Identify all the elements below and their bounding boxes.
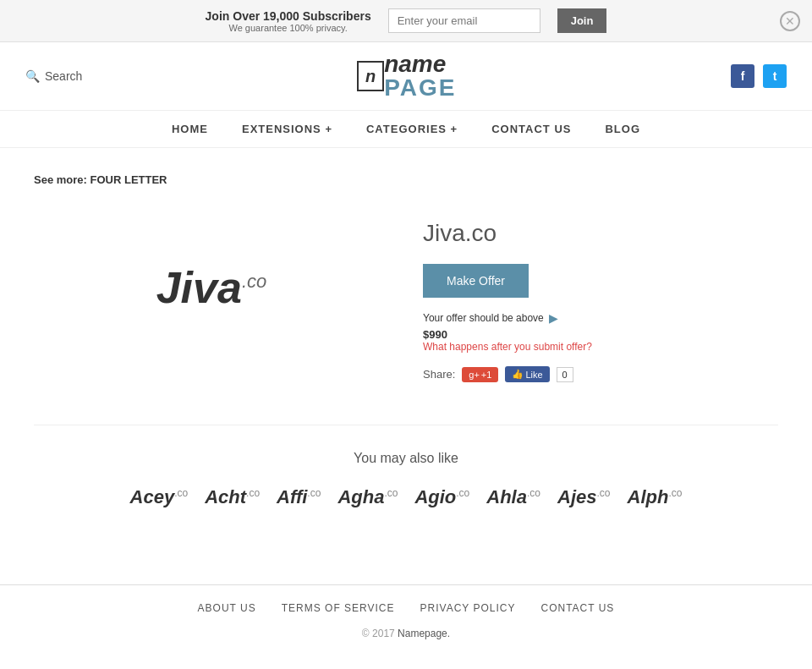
domain-card-name: Agio.co	[414, 486, 469, 508]
also-like-title: You may also like	[34, 451, 778, 466]
domain-card[interactable]: Acht.co	[205, 486, 260, 508]
see-more: See more: FOUR LETTER	[34, 173, 778, 186]
logo-icon-letter: n	[365, 67, 376, 85]
banner-main-text: Join Over 19,000 Subscribers	[206, 9, 371, 23]
facebook-icon[interactable]: f	[731, 64, 754, 88]
domain-card[interactable]: Ahla.co	[486, 486, 540, 508]
banner-sub-text: We guarantee 100% privacy.	[206, 23, 371, 33]
offer-arrow: ▶	[549, 311, 558, 325]
footer-link[interactable]: ABOUT US	[198, 602, 256, 614]
footer-links: ABOUT USTERMS OF SERVICEPRIVACY POLICYCO…	[17, 602, 795, 614]
nav-contact[interactable]: CONTACT US	[491, 123, 571, 135]
header: 🔍 Search n name PAGE f t	[0, 42, 812, 111]
search-label: Search	[45, 69, 82, 83]
domain-card[interactable]: Ajes.co	[557, 486, 611, 508]
footer-link[interactable]: CONTACT US	[540, 602, 614, 614]
domain-logo-text: Jiva.co	[156, 263, 267, 312]
facebook-like-button[interactable]: 👍 Like	[505, 366, 549, 382]
offer-info-text: Your offer should be above ▶	[423, 311, 778, 325]
domain-card[interactable]: Affi.co	[277, 486, 321, 508]
make-offer-button[interactable]: Make Offer	[423, 264, 529, 298]
offer-info-label: Your offer should be above	[423, 312, 544, 324]
gplus-button[interactable]: g+ +1	[462, 367, 498, 382]
nav-extensions[interactable]: EXTENSIONS +	[242, 123, 332, 135]
domain-card-tld: .co	[596, 487, 610, 499]
domain-card-name: Acey.co	[130, 486, 189, 508]
also-like-section: You may also like Acey.coAcht.coAffi.coA…	[34, 425, 778, 508]
main-nav: HOME EXTENSIONS + CATEGORIES + CONTACT U…	[0, 111, 812, 148]
gplus-label: +1	[481, 370, 492, 380]
nav-home[interactable]: HOME	[172, 123, 208, 135]
logo-page: PAGE	[384, 76, 456, 100]
nav-blog[interactable]: BLOG	[605, 123, 640, 135]
domain-card[interactable]: Agio.co	[414, 486, 469, 508]
domain-info: Jiva.co Make Offer Your offer should be …	[423, 203, 778, 382]
banner-text: Join Over 19,000 Subscribers We guarante…	[206, 9, 371, 33]
twitter-icon[interactable]: t	[763, 64, 787, 88]
what-happens-link[interactable]: What happens after you submit offer?	[423, 341, 778, 353]
domain-card-tld: .co	[246, 487, 260, 499]
share-row: Share: g+ +1 👍 Like 0	[423, 366, 778, 382]
domain-card-tld: .co	[527, 487, 540, 499]
see-more-link[interactable]: FOUR LETTER	[91, 173, 167, 186]
offer-price: $990	[423, 328, 778, 341]
logo[interactable]: n name PAGE	[357, 52, 457, 100]
domain-grid: Acey.coAcht.coAffi.coAgha.coAgio.coAhla.…	[34, 486, 778, 508]
domain-card-tld: .co	[384, 487, 398, 499]
domain-logo-main: Jiva	[156, 263, 242, 312]
fb-like-label: Like	[525, 370, 542, 380]
nav-categories[interactable]: CATEGORIES +	[366, 123, 458, 135]
domain-card-name: Ahla.co	[486, 486, 540, 508]
search-icon: 🔍	[25, 69, 40, 83]
footer: ABOUT USTERMS OF SERVICEPRIVACY POLICYCO…	[0, 584, 812, 656]
email-input[interactable]	[388, 8, 540, 33]
join-button[interactable]: Join	[557, 8, 607, 33]
domain-card-tld: .co	[174, 487, 188, 499]
social-links: f t	[731, 64, 787, 88]
fb-count: 0	[557, 367, 573, 382]
search-trigger[interactable]: 🔍 Search	[25, 69, 82, 83]
footer-link[interactable]: TERMS OF SERVICE	[282, 602, 395, 614]
domain-card-name: Affi.co	[277, 486, 321, 508]
fb-thumb-icon: 👍	[512, 369, 524, 380]
domain-card[interactable]: Agha.co	[337, 486, 398, 508]
logo-icon: n	[357, 61, 384, 91]
copyright-text: © 2017	[362, 628, 398, 639]
main-content: See more: FOUR LETTER Jiva.co Jiva.co Ma…	[0, 148, 812, 534]
domain-card-tld: .co	[456, 487, 469, 499]
domain-logo-tld: .co	[242, 271, 266, 292]
domain-card-name: Ajes.co	[557, 486, 611, 508]
domain-logo-area: Jiva.co	[34, 203, 389, 372]
see-more-prefix: See more:	[34, 173, 87, 186]
domain-card-name: Acht.co	[205, 486, 260, 508]
domain-title: Jiva.co	[423, 220, 778, 247]
domain-section: Jiva.co Jiva.co Make Offer Your offer sh…	[34, 203, 778, 382]
footer-brand[interactable]: Namepage.	[398, 628, 450, 639]
domain-card[interactable]: Acey.co	[130, 486, 189, 508]
domain-logo: Jiva.co	[156, 262, 267, 313]
domain-card-tld: .co	[668, 487, 682, 499]
footer-copyright: © 2017 Namepage.	[17, 628, 795, 639]
domain-card-tld: .co	[307, 487, 321, 499]
domain-card-name: Agha.co	[337, 486, 398, 508]
close-button[interactable]: ✕	[780, 11, 800, 31]
domain-card[interactable]: Alph.co	[628, 486, 683, 508]
domain-card-name: Alph.co	[628, 486, 683, 508]
gplus-icon: g+	[469, 370, 480, 380]
share-label: Share:	[423, 368, 455, 381]
footer-link[interactable]: PRIVACY POLICY	[420, 602, 516, 614]
logo-name: name	[384, 52, 456, 76]
top-banner: Join Over 19,000 Subscribers We guarante…	[0, 0, 812, 42]
